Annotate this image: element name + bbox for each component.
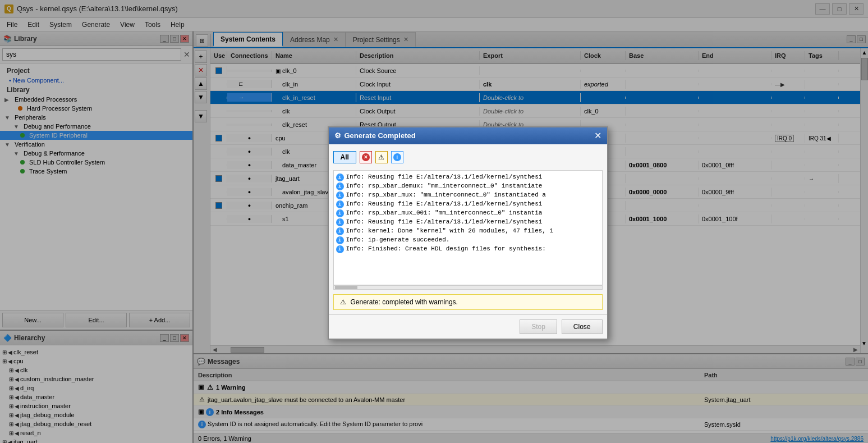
log-line: i Info: rsp_xbar_mux_001: "mm_interconne…: [336, 209, 600, 218]
log-text: Info: rsp_xbar_demux: "mm_interconnect_0…: [346, 182, 543, 189]
error-icon: ✕: [362, 153, 370, 161]
modal-footer: Stop Close: [329, 314, 607, 339]
log-text: Info: rsp_xbar_mux_001: "mm_interconnect…: [346, 209, 543, 216]
info-log-icon: i: [336, 191, 344, 199]
log-text: Info: kernel: Done "kernel" with 26 modu…: [346, 227, 554, 234]
log-line: i Info: Reusing file E:/altera/13.1/led/…: [336, 200, 600, 209]
info-log-icon: i: [336, 173, 344, 181]
log-line: i Info: Finished: Create HDL design file…: [336, 245, 600, 254]
log-line: i Info: rsp_xbar_mux: "mm_interconnect_0…: [336, 191, 600, 200]
warning-message: Generate: completed with warnings.: [351, 298, 458, 306]
log-line: i Info: rsp_xbar_demux: "mm_interconnect…: [336, 182, 600, 191]
generate-completed-modal: ⚙ Generate Completed ✕ All ✕ ⚠ i i: [328, 126, 608, 340]
log-text: Info: Reusing file E:/altera/13.1/led/ke…: [346, 218, 543, 225]
modal-title: Generate Completed: [345, 131, 416, 140]
modal-icon: ⚙: [334, 131, 341, 140]
log-line: i Info: Reusing file E:/altera/13.1/led/…: [336, 173, 600, 182]
warn-box-icon: ⚠: [339, 298, 347, 306]
info-log-icon: i: [336, 218, 344, 226]
modal-close-icon[interactable]: ✕: [594, 131, 601, 140]
log-scrollbar[interactable]: [333, 285, 603, 290]
info-log-icon: i: [336, 236, 344, 244]
log-text: Info: Finished: Create HDL design files …: [346, 245, 546, 252]
log-line: i Info: Reusing file E:/altera/13.1/led/…: [336, 218, 600, 227]
filter-row: All ✕ ⚠ i: [333, 149, 603, 166]
info-log-icon: i: [336, 209, 344, 217]
info-filter-icon: i: [393, 153, 401, 161]
log-text: Info: ip-generate succeeded.: [346, 236, 450, 243]
info-log-icon: i: [336, 182, 344, 190]
filter-warning-icon[interactable]: ⚠: [375, 151, 388, 163]
log-text: Info: Reusing file E:/altera/13.1/led/ke…: [346, 200, 543, 207]
log-text: Info: rsp_xbar_mux: "mm_interconnect_0" …: [346, 191, 546, 198]
modal-body: All ✕ ⚠ i i Info: Reusing file E:/altera…: [329, 144, 607, 314]
filter-error-icon[interactable]: ✕: [360, 151, 372, 163]
modal-overlay: ⚙ Generate Completed ✕ All ✕ ⚠ i i: [0, 0, 868, 443]
info-log-icon: i: [336, 227, 344, 235]
close-button[interactable]: Close: [562, 319, 603, 334]
modal-title-bar: ⚙ Generate Completed ✕: [329, 127, 607, 144]
log-text: Info: Reusing file E:/altera/13.1/led/ke…: [346, 173, 543, 180]
log-scroll-thumb[interactable]: [335, 286, 357, 289]
log-line: i Info: kernel: Done "kernel" with 26 mo…: [336, 227, 600, 236]
filter-all-btn[interactable]: All: [333, 151, 356, 163]
generate-warning-box: ⚠ Generate: completed with warnings.: [333, 294, 603, 310]
info-log-icon: i: [336, 200, 344, 208]
info-log-icon: i: [336, 245, 344, 253]
log-area: i Info: Reusing file E:/altera/13.1/led/…: [333, 170, 603, 285]
warn-filter-icon: ⚠: [378, 153, 385, 161]
log-line: i Info: ip-generate succeeded.: [336, 236, 600, 245]
stop-button[interactable]: Stop: [520, 319, 557, 334]
filter-info-icon[interactable]: i: [391, 151, 403, 163]
